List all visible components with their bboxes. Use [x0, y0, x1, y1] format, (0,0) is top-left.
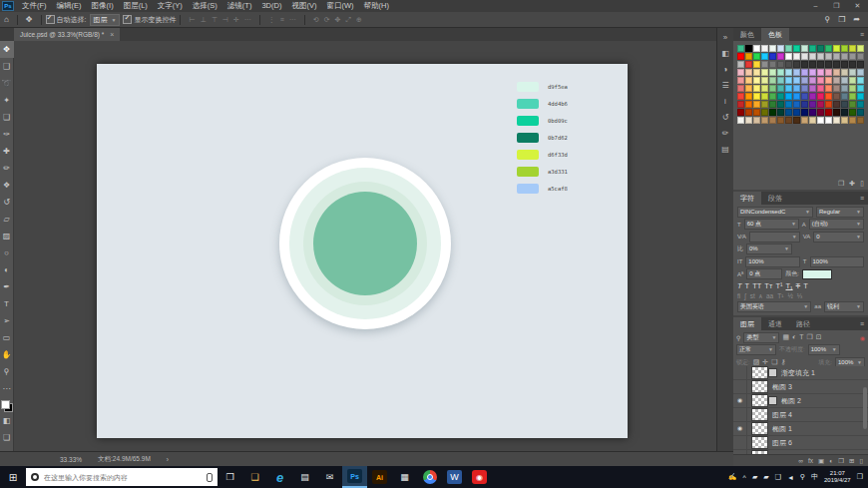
color-swatch[interactable]	[761, 61, 768, 68]
layer-filter-icon[interactable]: ❐	[807, 333, 813, 341]
layer-thumbnail[interactable]	[752, 437, 767, 448]
lock-icon[interactable]: ❏	[771, 358, 777, 366]
layers-scrollbar[interactable]	[863, 387, 867, 429]
color-swatch[interactable]	[761, 109, 768, 116]
tool-button[interactable]: ▨	[0, 228, 14, 244]
color-swatch[interactable]	[793, 69, 800, 76]
lock-icon[interactable]: ⚷	[780, 358, 785, 366]
menu-item[interactable]: 滤镜(T)	[222, 0, 257, 12]
color-swatch[interactable]	[753, 101, 760, 108]
microphone-icon[interactable]	[207, 473, 213, 482]
tab-paths[interactable]: 路径	[789, 317, 817, 330]
color-swatch[interactable]	[817, 77, 824, 84]
menu-item[interactable]: 视图(V)	[286, 0, 321, 12]
color-swatch[interactable]	[817, 109, 824, 116]
color-swatch[interactable]	[801, 45, 808, 52]
zoom-level-field[interactable]: 33.33%	[60, 456, 82, 463]
search-input[interactable]	[44, 474, 202, 481]
color-swatch[interactable]	[857, 77, 864, 84]
taskbar-app-button[interactable]: ✉	[317, 466, 342, 488]
layer-name[interactable]: 椭圆 1	[772, 424, 792, 434]
color-swatch[interactable]	[801, 101, 808, 108]
type-style-button[interactable]: T	[803, 281, 808, 290]
color-swatch[interactable]	[745, 45, 752, 52]
quick-mask-button[interactable]: ◧	[0, 412, 14, 429]
tool-button[interactable]: ➰	[0, 75, 14, 92]
color-swatch[interactable]	[745, 61, 752, 68]
color-swatch[interactable]	[825, 69, 832, 76]
taskbar-app-button[interactable]: ❒	[217, 466, 242, 488]
align-icon[interactable]: ⊢	[189, 16, 195, 24]
taskbar-app-button[interactable]: ▤	[292, 466, 317, 488]
color-swatch[interactable]	[761, 101, 768, 108]
color-swatch[interactable]	[769, 69, 776, 76]
layer-thumbnail[interactable]	[752, 423, 767, 434]
taskbar-app-button[interactable]	[417, 466, 442, 488]
panel-menu-icon[interactable]: ≡	[856, 28, 868, 41]
dock-panel-icon[interactable]: »	[717, 30, 733, 46]
tool-button[interactable]: T	[0, 295, 14, 312]
menu-item[interactable]: 3D(D)	[256, 0, 286, 12]
color-swatch[interactable]	[849, 69, 856, 76]
layer-visibility-eye-icon[interactable]	[733, 394, 747, 407]
layers-footer-icon[interactable]: ◐	[829, 457, 833, 464]
color-swatch[interactable]	[825, 85, 832, 92]
color-swatch[interactable]	[857, 93, 864, 100]
notification-center-icon[interactable]: ❒	[857, 473, 863, 481]
color-swatch[interactable]	[737, 45, 744, 52]
color-swatch[interactable]	[857, 45, 864, 52]
color-swatch[interactable]	[841, 93, 848, 100]
threed-mode-icon[interactable]: ⟲	[313, 16, 319, 24]
layer-filter-icon[interactable]: T	[799, 333, 803, 341]
color-swatch[interactable]	[745, 101, 752, 108]
color-swatch[interactable]	[841, 77, 848, 84]
type-style-button[interactable]: T	[796, 281, 801, 290]
taskbar-app-button[interactable]: ❑	[242, 466, 267, 488]
color-swatch[interactable]	[745, 117, 752, 124]
color-swatch[interactable]	[769, 109, 776, 116]
color-swatch[interactable]	[849, 117, 856, 124]
tray-icon[interactable]: ◄	[787, 474, 794, 481]
color-swatch[interactable]	[777, 109, 784, 116]
color-swatch[interactable]	[833, 69, 840, 76]
tool-button[interactable]: ❑	[0, 58, 14, 75]
align-icon[interactable]: ✛	[233, 16, 239, 24]
color-swatch[interactable]	[809, 117, 816, 124]
color-swatch[interactable]	[769, 117, 776, 124]
color-swatch[interactable]	[793, 53, 800, 60]
tool-button[interactable]: ✑	[0, 126, 14, 143]
color-swatch[interactable]	[785, 109, 792, 116]
opentype-button[interactable]: aa	[766, 292, 773, 299]
layer-filter-toggle[interactable]: ◉	[860, 334, 865, 341]
color-swatch[interactable]	[825, 117, 832, 124]
align-icon[interactable]: ⊤	[212, 16, 217, 24]
color-swatch[interactable]	[753, 61, 760, 68]
color-swatch[interactable]	[737, 109, 744, 116]
menu-item[interactable]: 编辑(E)	[52, 0, 87, 12]
color-swatch[interactable]	[801, 109, 808, 116]
screen-mode-button[interactable]: ❏	[0, 429, 14, 446]
layer-thumbnail[interactable]	[752, 409, 767, 420]
color-swatch[interactable]	[825, 101, 832, 108]
tab-paragraph[interactable]: 段落	[761, 192, 789, 205]
color-swatch[interactable]	[809, 69, 816, 76]
color-swatch[interactable]	[761, 117, 768, 124]
tray-icon[interactable]: ^	[743, 474, 746, 481]
color-swatch[interactable]	[849, 77, 856, 84]
auto-select-target-dropdown[interactable]: 图层 ▼	[90, 14, 121, 26]
color-swatch[interactable]	[761, 85, 768, 92]
color-swatch[interactable]	[761, 45, 768, 52]
color-swatch[interactable]	[737, 53, 744, 60]
color-swatch[interactable]	[777, 93, 784, 100]
color-swatch[interactable]	[753, 93, 760, 100]
kerning-field[interactable]: ▼	[749, 232, 800, 243]
layer-thumbnail[interactable]	[752, 381, 767, 392]
tool-button[interactable]: ✒	[0, 278, 14, 295]
dock-panel-icon[interactable]: ◧	[717, 46, 733, 62]
layers-footer-icon[interactable]: ▣	[818, 457, 824, 465]
color-swatch[interactable]	[825, 45, 832, 52]
color-swatch[interactable]	[769, 53, 776, 60]
color-swatch[interactable]	[841, 61, 848, 68]
window-control-button[interactable]: –	[805, 0, 826, 12]
tool-button[interactable]: ✦	[0, 92, 14, 109]
